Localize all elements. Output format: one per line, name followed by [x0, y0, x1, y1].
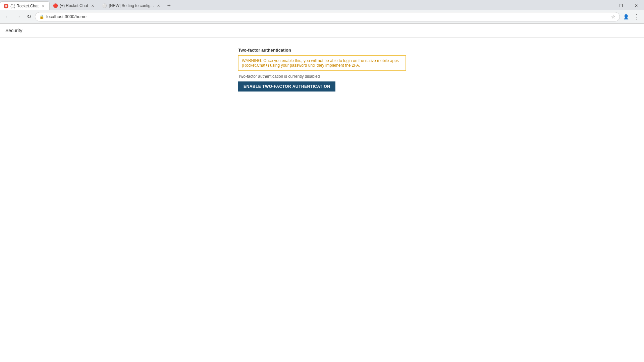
back-button[interactable]: ←	[3, 12, 12, 21]
tab-rocket-chat-2[interactable]: 🔴 (+) Rocket.Chat ×	[50, 1, 99, 10]
tab-favicon-github: ⚪	[102, 3, 107, 8]
tab-label-3: [NEW] Setting to config...	[109, 3, 154, 8]
forward-button[interactable]: →	[13, 12, 23, 21]
reload-button[interactable]: ↻	[24, 12, 34, 21]
navigation-bar: ← → ↻ 🔒 localhost:3000/home ☆ 👤 ⋮	[0, 10, 644, 23]
enable-2fa-button[interactable]: ENABLE TWO-FACTOR AUTHENTICATION	[238, 81, 335, 92]
two-factor-heading: Two-factor authentication	[238, 48, 406, 53]
profile-area: 👤	[621, 12, 631, 21]
two-factor-status: Two-factor authentication is currently d…	[238, 74, 406, 79]
lock-icon: 🔒	[39, 14, 44, 19]
tab-label-2: (+) Rocket.Chat	[60, 3, 88, 8]
bookmark-icon[interactable]: ☆	[611, 14, 615, 19]
page-header: Security	[0, 24, 644, 38]
minimize-button[interactable]: —	[598, 1, 613, 10]
tab-favicon-plus-2: 🔴	[53, 3, 58, 8]
tab-close-3[interactable]: ×	[156, 3, 161, 8]
security-section: Two-factor authentication WARNING: Once …	[0, 38, 644, 102]
security-content: Two-factor authentication WARNING: Once …	[238, 48, 406, 92]
tab-label-1: (1) Rocket.Chat	[10, 4, 39, 8]
close-button[interactable]: ✕	[629, 1, 644, 10]
address-text: localhost:3000/home	[46, 14, 609, 19]
restore-button[interactable]: ❐	[613, 1, 629, 10]
window-controls: — ❐ ✕	[598, 1, 644, 10]
tab-bar: R (1) Rocket.Chat × 🔴 (+) Rocket.Chat × …	[0, 0, 644, 10]
tab-close-2[interactable]: ×	[90, 3, 95, 8]
tab-close-1[interactable]: ×	[41, 3, 46, 9]
tab-github[interactable]: ⚪ [NEW] Setting to config... ×	[99, 1, 164, 10]
page-title: Security	[5, 28, 22, 33]
tab-favicon-rocket-1: R	[4, 4, 8, 8]
tab-rocket-chat-1[interactable]: R (1) Rocket.Chat ×	[0, 1, 50, 10]
profile-icon[interactable]: 👤	[621, 12, 631, 21]
new-tab-button[interactable]: +	[164, 1, 173, 10]
page-content: Security Two-factor authentication WARNI…	[0, 24, 644, 362]
menu-button[interactable]: ⋮	[632, 12, 641, 21]
warning-box: WARNING: Once you enable this, you will …	[238, 55, 406, 71]
warning-text: WARNING: Once you enable this, you will …	[242, 58, 399, 68]
address-bar[interactable]: 🔒 localhost:3000/home ☆	[35, 12, 620, 21]
